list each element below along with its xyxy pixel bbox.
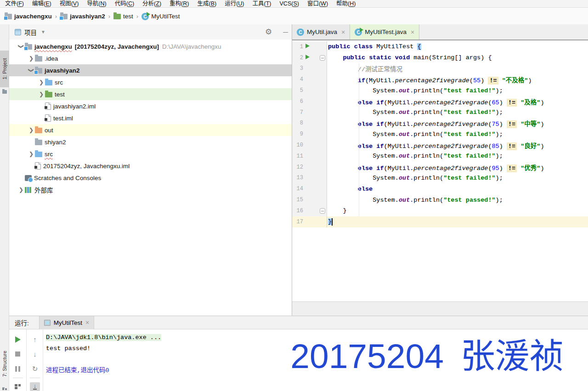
code-line[interactable]: 4 if(MyUtil.percentage2fivegrade(55) != … (292, 74, 588, 85)
code-line[interactable]: 13 System.out.println("test failed!"); (292, 173, 588, 184)
layout-icon[interactable] (13, 382, 23, 391)
code-line[interactable]: 11 System.out.println("test failed!"); (292, 151, 588, 162)
code-text: else if(MyUtil.percentage2fivegrade(65) … (327, 97, 544, 106)
menu-item-W[interactable]: 窗口(W) (303, 0, 332, 7)
menu-item-N[interactable]: 导航(N) (83, 0, 110, 7)
tree-row[interactable]: Scratches and Consoles (9, 172, 292, 184)
code-line[interactable]: 8 else if(MyUtil.percentage2fivegrade(75… (292, 118, 588, 129)
run-line-icon[interactable] (303, 54, 311, 61)
up-icon[interactable]: ↑ (30, 335, 40, 344)
menu-item-H[interactable]: 帮助(H) (332, 0, 360, 7)
tree-expand-icon[interactable]: ❯ (28, 127, 35, 133)
code-line[interactable]: 2 public static void main(String[] args)… (292, 52, 588, 63)
run-tab[interactable]: MyUtilTest× (39, 316, 94, 329)
scroll-end-icon[interactable]: ↓ (30, 382, 40, 391)
code-line[interactable]: 12 else if(MyUtil.percentage2fivegrade(9… (292, 162, 588, 173)
down-icon[interactable]: ↓ (30, 350, 40, 358)
console-line: 进程已结束,退出代码0 (46, 365, 588, 376)
code-line[interactable]: 15 System.out.println("test passed!"); (292, 194, 588, 205)
code-text: System.out.println("test failed!"); (327, 87, 503, 94)
run-line-icon[interactable] (303, 43, 311, 50)
breadcrumb-label: MyUtilTest (151, 13, 180, 20)
tree-row[interactable]: ❯src (9, 76, 292, 88)
menu-item-C[interactable]: 代码(C) (111, 0, 138, 7)
menu-item-S[interactable]: VCS(S) (276, 0, 303, 7)
tree-expand-icon[interactable]: ❯ (38, 79, 45, 85)
rerun-icon[interactable]: ↻ (30, 365, 40, 374)
hide-panel-icon[interactable]: ─ (283, 28, 288, 36)
line-number: 11 (292, 153, 303, 159)
tree-expand-icon[interactable]: ❯ (28, 55, 35, 62)
line-number: 15 (292, 197, 303, 203)
indent-guide (359, 63, 359, 216)
menu-item-F[interactable]: 文件(F) (1, 0, 28, 7)
menu-item-U[interactable]: 运行(U) (220, 0, 248, 7)
close-icon[interactable]: × (341, 28, 345, 36)
tree-row[interactable]: 20175204zyz, Javachengxu.iml (9, 160, 292, 172)
tree-expand-icon[interactable]: ❯ (17, 187, 25, 193)
code-area[interactable]: 1public class MyUtilTest {2 public stati… (292, 41, 588, 309)
run-icon[interactable] (13, 335, 23, 344)
tree-item-label: .idea (45, 55, 58, 62)
tree-row[interactable]: shiyan2 (9, 136, 292, 148)
menu-bar: 文件(F)编辑(E)视图(V)导航(N)代码(C)分析(Z)重构(R)生成(B)… (0, 0, 588, 8)
menu-item-V[interactable]: 视图(V) (56, 0, 83, 7)
code-line[interactable]: 14 else (292, 183, 588, 194)
fold-icon[interactable] (320, 208, 325, 214)
code-line[interactable]: 1public class MyUtilTest { (292, 41, 588, 52)
tree-expand-icon[interactable]: ❯ (18, 43, 24, 50)
code-line[interactable]: 10 else if(MyUtil.percentage2fivegrade(8… (292, 140, 588, 151)
source-folder-icon (45, 80, 52, 85)
stop-icon[interactable] (13, 350, 23, 358)
editor-tab-MyUtil.java[interactable]: CMyUtil.java× (292, 24, 350, 40)
sidebar-item-project[interactable]: 1: Project (0, 51, 9, 87)
chevron-down-icon[interactable]: ▼ (41, 29, 45, 34)
code-text: if(MyUtil.percentage2fivegrade(55) != "不… (327, 75, 532, 84)
tree-row[interactable]: ❯src (9, 148, 292, 160)
test-folder-icon (113, 14, 121, 19)
code-line[interactable]: 5 System.out.println("test failed!"); (292, 85, 588, 96)
menu-item-B[interactable]: 生成(B) (193, 0, 220, 7)
menu-item-R[interactable]: 重构(R) (165, 0, 193, 7)
library-icon (25, 187, 32, 193)
tree-expand-icon[interactable]: ❯ (38, 91, 45, 97)
breadcrumb-item-MyUtilTest[interactable]: CMyUtilTest (141, 13, 180, 20)
tree-row[interactable]: test.iml (9, 112, 292, 124)
tree-item-label: javashiyan2 (45, 67, 80, 74)
tree-row[interactable]: ❯外部库 (9, 184, 292, 196)
tree-expand-icon[interactable]: ❯ (28, 67, 34, 74)
tree-item-label: src (55, 79, 63, 86)
tree-item-label: out (45, 127, 53, 134)
menu-item-E[interactable]: 编辑(E) (28, 0, 56, 7)
close-icon[interactable]: × (411, 28, 414, 36)
code-line[interactable]: 3 //测试正常情况 (292, 63, 588, 74)
breadcrumb-item-javachengxu[interactable]: javachengxu (5, 13, 52, 20)
close-icon[interactable]: × (85, 319, 89, 326)
tree-row[interactable]: ❯out (9, 124, 292, 136)
tree-row[interactable]: javashiyan2.iml (9, 100, 292, 112)
code-line[interactable]: 6 else if(MyUtil.percentage2fivegrade(65… (292, 96, 588, 107)
tree-row[interactable]: ❯javashiyan2 (9, 64, 292, 76)
tree-row[interactable]: ❯javachengxu[20175204zyz, Javachengxu]D:… (9, 40, 292, 52)
project-panel-title[interactable]: 项目 (24, 28, 37, 37)
tree-expand-icon[interactable]: ❯ (28, 151, 35, 157)
editor-tab-MyUtilTest.java[interactable]: CMyUtilTest.java× (350, 24, 419, 40)
code-line[interactable]: 7 System.out.println("test failed!"); (292, 107, 588, 118)
run-toolbar-console: ↑↓↻↓ (27, 329, 43, 391)
code-line[interactable]: 16 } (292, 205, 588, 216)
line-number: 4 (292, 76, 303, 83)
sidebar-item-structure[interactable]: 7: Structure (0, 343, 9, 385)
menu-item-T[interactable]: 工具(T) (249, 0, 276, 7)
console-line: test passed! (46, 343, 588, 354)
menu-item-Z[interactable]: 分析(Z) (138, 0, 165, 7)
pause-icon[interactable] (13, 365, 23, 374)
code-line[interactable]: 9 System.out.println("test failed!"); (292, 129, 588, 140)
breadcrumb-item-javashiyan2[interactable]: javashiyan2 (60, 13, 105, 20)
breadcrumb-item-test[interactable]: test (113, 13, 133, 20)
gear-icon[interactable]: ⚙ (265, 27, 272, 37)
code-line[interactable]: 17} (292, 216, 588, 227)
tree-row[interactable]: ❯.idea (9, 52, 292, 64)
tree-row[interactable]: ❯test (9, 88, 292, 100)
fold-icon[interactable] (320, 55, 325, 61)
toolbar-separator (30, 378, 40, 378)
